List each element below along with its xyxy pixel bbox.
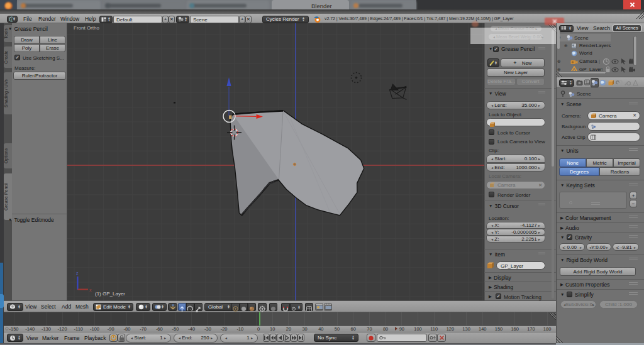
svg-text:Front Ortho: Front Ortho (74, 25, 99, 31)
svg-text:z: z (76, 271, 79, 275)
svg-text:140: 140 (479, 326, 487, 332)
svg-text:80: 80 (383, 326, 388, 332)
svg-text:120: 120 (447, 326, 455, 332)
svg-text:-140: -140 (25, 326, 35, 332)
svg-text:-100: -100 (90, 326, 99, 332)
svg-text:-30: -30 (204, 326, 211, 332)
svg-text:-50: -50 (172, 326, 179, 332)
svg-text:70: 70 (367, 326, 372, 332)
svg-text:100: 100 (414, 326, 422, 332)
svg-text:160: 160 (511, 326, 519, 332)
svg-text:60: 60 (351, 326, 356, 332)
svg-text:-130: -130 (42, 326, 51, 332)
svg-text:-110: -110 (74, 326, 83, 332)
svg-text:(1) GP_Layer: (1) GP_Layer (95, 291, 125, 297)
svg-text:i: i (11, 18, 12, 21)
svg-text:50: 50 (335, 326, 340, 332)
svg-text:-60: -60 (156, 326, 163, 332)
svg-text:-10: -10 (236, 326, 243, 332)
svg-text:-80: -80 (123, 326, 130, 332)
svg-text:170: 170 (527, 326, 535, 332)
svg-text:150: 150 (495, 326, 503, 332)
svg-text:90: 90 (399, 326, 404, 332)
svg-text:-40: -40 (188, 326, 195, 332)
svg-text:-120: -120 (58, 326, 67, 332)
svg-text:30: 30 (302, 326, 307, 332)
svg-text:-70: -70 (140, 326, 147, 332)
svg-text:10: 10 (270, 326, 275, 332)
svg-text:180: 180 (543, 326, 552, 332)
svg-text:0: 0 (257, 326, 260, 332)
svg-text:20: 20 (286, 326, 291, 332)
svg-text:40: 40 (318, 326, 323, 332)
svg-text:-20: -20 (221, 326, 228, 332)
svg-text:130: 130 (462, 326, 470, 332)
svg-text:110: 110 (430, 326, 438, 332)
svg-text:-150: -150 (9, 326, 18, 332)
svg-text:x: x (89, 288, 92, 292)
svg-text:-90: -90 (108, 326, 114, 332)
